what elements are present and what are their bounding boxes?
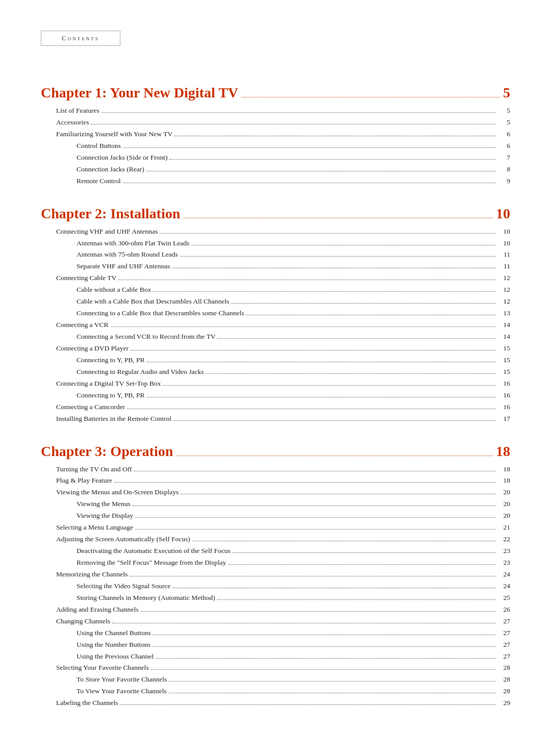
toc-entry: Selecting a Menu Language21	[41, 522, 510, 534]
entry-dots	[153, 291, 496, 292]
entry-dots	[111, 326, 496, 327]
entry-text: Connecting a Second VCR to Record from t…	[77, 331, 215, 343]
entry-text: Adding and Erasing Channels	[56, 604, 139, 616]
entry-page: 16	[498, 378, 510, 390]
entry-page: 13	[498, 308, 510, 319]
entry-dots	[120, 704, 496, 705]
toc-entry: Viewing the Menus and On-Screen Displays…	[41, 487, 510, 498]
toc-entry: Connection Jacks (Rear)8	[41, 164, 510, 175]
entry-dots	[146, 171, 496, 171]
toc-entry: Labeling the Channels29	[41, 697, 510, 709]
entry-text: Accessories	[56, 117, 89, 129]
entry-page: 14	[498, 331, 510, 343]
chapter-title: Chapter 1: Your New Digital TV 5	[41, 85, 510, 101]
toc-entry: Accessories5	[41, 117, 510, 129]
chapter-dots	[183, 218, 493, 218]
entry-page: 11	[498, 249, 510, 261]
entry-dots	[114, 482, 496, 483]
entry-text: Connecting a Digital TV Set-Top Box	[56, 378, 161, 390]
toc-entry: Removing the "Self Focus" Message from t…	[41, 557, 510, 569]
entry-page: 28	[498, 674, 510, 686]
entry-dots	[147, 397, 496, 397]
entry-text: Connecting a DVD Player	[56, 343, 129, 355]
toc-entry: Adding and Erasing Channels26	[41, 604, 510, 616]
entry-page: 28	[498, 686, 510, 697]
entry-text: Separate VHF and UHF Antennas	[77, 261, 170, 272]
entry-page: 10	[498, 226, 510, 238]
entry-page: 12	[498, 284, 510, 296]
entry-page: 15	[498, 343, 510, 355]
entry-dots	[169, 159, 496, 160]
entry-dots	[231, 303, 496, 304]
entry-dots	[102, 112, 496, 113]
entry-text: Installing Batteries in the Remote Contr…	[56, 413, 171, 425]
entry-page: 27	[498, 651, 510, 663]
entry-page: 27	[498, 616, 510, 627]
chapter-title-text: Chapter 2: Installation	[41, 206, 180, 222]
entry-page: 29	[498, 697, 510, 709]
entry-dots	[135, 529, 496, 530]
entry-page: 7	[498, 152, 510, 164]
entry-text: Viewing the Display	[77, 510, 133, 522]
entry-text: Cable with a Cable Box that Descrambles …	[77, 296, 229, 308]
entry-text: Turning the TV On and Off	[56, 464, 132, 475]
entry-page: 11	[498, 261, 510, 272]
entry-page: 20	[498, 498, 510, 510]
entry-page: 24	[498, 569, 510, 581]
entry-page: 8	[498, 164, 510, 175]
entry-text: List of Features	[56, 105, 99, 117]
toc-entry: Connecting a Second VCR to Record from t…	[41, 331, 510, 343]
toc-entry: Memorizing the Channels24	[41, 569, 510, 581]
entry-page: 16	[498, 390, 510, 401]
entry-text: Viewing the Menus and On-Screen Displays	[56, 487, 179, 498]
toc-entry: Connecting a VCR14	[41, 319, 510, 331]
entry-dots	[147, 362, 496, 362]
entry-dots	[192, 541, 496, 541]
entry-page: 24	[498, 581, 510, 592]
entry-page: 6	[498, 140, 510, 152]
entry-page: 20	[498, 510, 510, 522]
toc-entry: Viewing the Display20	[41, 510, 510, 522]
entry-page: 21	[498, 522, 510, 534]
entry-page: 17	[498, 413, 510, 425]
entry-page: 5	[498, 117, 510, 129]
entry-text: Connection Jacks (Side or Front)	[77, 152, 167, 164]
toc-entry: Connecting VHF and UHF Antennas10	[41, 226, 510, 238]
entry-page: 18	[498, 475, 510, 487]
toc-entry: Using the Number Buttons27	[41, 639, 510, 651]
entry-dots	[174, 136, 496, 136]
entry-text: Selecting a Menu Language	[56, 522, 133, 534]
entry-page: 14	[498, 319, 510, 331]
chapter-dots	[241, 97, 500, 97]
entry-text: Viewing the Menus	[77, 498, 131, 510]
entry-text: Storing Channels in Memory (Automatic Me…	[77, 592, 215, 604]
entry-page: 6	[498, 129, 510, 140]
entry-text: Selecting Your Favorite Channels	[56, 662, 149, 674]
entry-text: To View Your Favorite Channels	[77, 686, 167, 697]
entry-dots	[217, 338, 496, 339]
toc-entry: Connecting to Y, PB, PR15	[41, 355, 510, 366]
entry-page: 23	[498, 557, 510, 569]
toc-entry: Cable with a Cable Box that Descrambles …	[41, 296, 510, 308]
entry-dots	[153, 635, 496, 635]
toc-entry: To Store Your Favorite Channels28	[41, 674, 510, 686]
chapter-title-text: Chapter 1: Your New Digital TV	[41, 85, 238, 101]
toc-entry: Connection Jacks (Side or Front)7	[41, 152, 510, 164]
entry-text: Selecting the Video Signal Source	[77, 581, 170, 592]
page-wrapper: Contents Chapter 1: Your New Digital TV …	[41, 31, 510, 756]
entry-page: 27	[498, 639, 510, 651]
entry-text: Familiarizing Yourself with Your New TV	[56, 129, 172, 140]
chapter-page: 5	[503, 85, 510, 101]
entry-dots	[130, 576, 496, 576]
entry-dots	[169, 681, 496, 682]
entry-dots	[172, 268, 496, 268]
entry-dots	[91, 124, 496, 124]
entry-dots	[134, 471, 496, 471]
toc-entry: Selecting Your Favorite Channels28	[41, 662, 510, 674]
toc-entry: Storing Channels in Memory (Automatic Me…	[41, 592, 510, 604]
toc-entry: Connecting to a Cable Box that Descrambl…	[41, 308, 510, 319]
entry-text: Changing Channels	[56, 616, 110, 627]
entry-page: 27	[498, 627, 510, 639]
entry-text: Labeling the Channels	[56, 697, 118, 709]
entry-text: Adjusting the Screen Automatically (Self…	[56, 534, 190, 545]
